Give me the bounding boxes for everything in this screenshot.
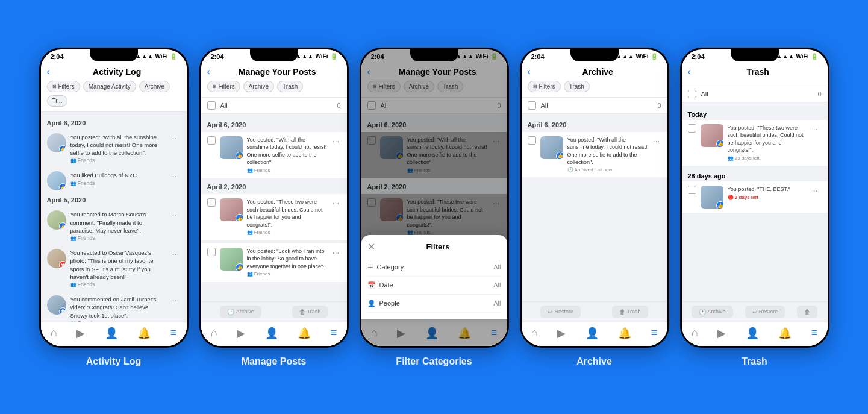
people-icon: 👤	[367, 300, 376, 307]
trash-post-1: 👍 You posted: "These two were such beaut…	[682, 120, 828, 167]
nav-video-4[interactable]: ▶	[557, 327, 566, 340]
notch-5	[731, 49, 779, 61]
post-checkbox-1[interactable]	[207, 136, 216, 145]
filter-tabs-4: ⊟ Filters Trash	[528, 81, 661, 92]
back-button-2[interactable]: ‹	[207, 66, 210, 77]
nav-bell[interactable]: 🔔	[137, 327, 151, 340]
tab-manage-activity[interactable]: Manage Activity	[83, 81, 136, 92]
nav-home-5[interactable]: ⌂	[692, 327, 698, 339]
nav-menu[interactable]: ≡	[170, 327, 177, 339]
screen-content-trash: ‹ Trash All 0 Today �	[682, 61, 828, 346]
phones-row: 2:04 ▲▲▲ WiFi 🔋 ‹ Activity Log	[39, 48, 829, 367]
restore-button-5[interactable]: ↩ Restore	[745, 306, 785, 318]
screen-content-activity-log: ‹ Activity Log ⊟ Filters Manage Activity…	[41, 61, 187, 346]
activity-item-2: 👍 You liked Bulldogs of NYC 👥 Friends ··…	[47, 168, 181, 194]
phone-trash: 2:04 ▲▲▲ WiFi 🔋 ‹ Trash	[680, 48, 829, 348]
more-button-1[interactable]: ···	[171, 133, 181, 143]
more-btn-p2[interactable]: ···	[331, 198, 341, 208]
delete-button-5[interactable]: 🗑	[797, 306, 817, 318]
back-button-4[interactable]: ‹	[528, 66, 531, 77]
tab-trash-4[interactable]: Trash	[564, 81, 590, 92]
filter-icon-4: ⊟	[533, 84, 537, 89]
nav-bell-5[interactable]: 🔔	[778, 327, 792, 340]
more-button-3[interactable]: ···	[171, 210, 181, 220]
friends-icon-1: 👥	[70, 158, 76, 163]
back-button[interactable]: ‹	[47, 66, 50, 77]
nav-menu-2[interactable]: ≡	[331, 327, 337, 339]
more-button-2[interactable]: ···	[171, 171, 181, 181]
nav-people[interactable]: 👤	[105, 327, 118, 340]
archive-thumb-badge-1: 👍	[556, 152, 563, 159]
date-section-apr6: April 6, 2020 👍 You posted: "With all th…	[41, 117, 187, 195]
more-btn-t1[interactable]: ···	[812, 124, 822, 134]
trash-text-1: You posted: "These two were such beautif…	[728, 124, 808, 162]
filter-close-button[interactable]: ✕	[367, 241, 375, 252]
avatar-3: 👍	[47, 210, 66, 230]
top-bar-manage-posts: ‹ Manage Your Posts ⊟ Filters Archive Tr…	[201, 61, 347, 98]
activity-scroll-area: April 6, 2020 👍 You posted: "With all th…	[41, 112, 187, 322]
back-button-5[interactable]: ‹	[688, 66, 691, 77]
nav-video[interactable]: ▶	[76, 327, 85, 340]
archive-checkbox-1[interactable]	[528, 136, 536, 145]
all-label-5: All	[701, 90, 708, 98]
trash-checkbox-2[interactable]	[688, 186, 696, 194]
tab-trash-2[interactable]: Trash	[277, 81, 303, 92]
phone-label-activity-log: Activity Log	[86, 356, 142, 367]
trash-checkbox-1[interactable]	[688, 124, 696, 133]
filter-icon: ⊟	[52, 84, 57, 89]
more-btn-t2[interactable]: ···	[812, 186, 822, 195]
nav-bell-2[interactable]: 🔔	[298, 327, 311, 340]
restore-icon-5: ↩	[752, 309, 757, 315]
nav-video-5[interactable]: ▶	[717, 327, 726, 340]
tab-filters-4[interactable]: ⊟ Filters	[528, 81, 561, 92]
post-item-3: 👍 You posted: "Look who I ran into in th…	[201, 243, 347, 283]
tab-trash-short[interactable]: Tr...	[47, 95, 68, 107]
tab-filters[interactable]: ⊟ Filters	[47, 81, 80, 92]
trash-scroll-area: Today 👍 You posted: "These two were such…	[682, 102, 828, 301]
post-thumb-badge-1: 👍	[236, 152, 243, 159]
bottom-nav-5: ⌂ ▶ 👤 🔔 ≡	[682, 322, 828, 346]
avatar-5: 💬	[47, 295, 66, 315]
tab-filters-2[interactable]: ⊟ Filters	[207, 81, 240, 92]
notch	[90, 49, 138, 61]
post-checkbox-2[interactable]	[207, 198, 216, 207]
filter-row-date[interactable]: 📅 Date All	[367, 277, 501, 295]
nav-video-2[interactable]: ▶	[237, 327, 245, 340]
more-btn-a1[interactable]: ···	[652, 136, 661, 146]
archive-button-5[interactable]: 🕐 Archive	[692, 306, 733, 318]
post-sub-1: 👥 Friends	[247, 167, 327, 174]
activity-sub-1: 👥 Friends	[70, 157, 167, 165]
nav-bell-4[interactable]: 🔔	[618, 327, 631, 340]
filter-row-people[interactable]: 👤 People All	[367, 295, 501, 313]
nav-people-2[interactable]: 👤	[265, 327, 278, 340]
friends-icon-4: 👥	[70, 282, 76, 287]
trash-button-2[interactable]: 🗑 Trash	[292, 306, 328, 318]
select-all-checkbox[interactable]	[207, 101, 216, 110]
select-all-checkbox-4[interactable]	[528, 101, 536, 110]
tab-archive-2[interactable]: Archive	[243, 81, 274, 92]
nav-menu-4[interactable]: ≡	[651, 327, 658, 339]
post-sub-2: 👥 Friends	[247, 229, 327, 236]
filter-row-left-category: ☰ Category	[367, 263, 404, 271]
tab-archive[interactable]: Archive	[139, 81, 170, 92]
nav-home[interactable]: ⌂	[51, 327, 57, 339]
more-button-5[interactable]: ···	[171, 295, 181, 305]
activity-sub-3: 👥 Friends	[70, 235, 167, 242]
nav-people-5[interactable]: 👤	[746, 327, 759, 340]
select-all-checkbox-5[interactable]	[688, 90, 696, 98]
more-btn-p1[interactable]: ···	[331, 136, 341, 146]
more-button-4[interactable]: ···	[171, 249, 181, 259]
post-checkbox-3[interactable]	[207, 248, 216, 256]
avatar-badge-3: 👍	[59, 222, 66, 230]
filter-row-category[interactable]: ☰ Category All	[367, 259, 501, 277]
screen-title-4: Archive	[534, 67, 661, 77]
more-btn-p3[interactable]: ···	[331, 248, 341, 257]
people-label: People	[379, 300, 400, 307]
nav-home-2[interactable]: ⌂	[211, 327, 217, 339]
nav-menu-5[interactable]: ≡	[811, 327, 818, 339]
restore-button-4[interactable]: ↩ Restore	[540, 306, 581, 318]
archive-button-2[interactable]: 🕐 Archive	[220, 306, 261, 318]
trash-button-4[interactable]: 🗑 Trash	[612, 306, 648, 318]
nav-people-4[interactable]: 👤	[585, 327, 599, 340]
nav-home-4[interactable]: ⌂	[531, 327, 538, 339]
